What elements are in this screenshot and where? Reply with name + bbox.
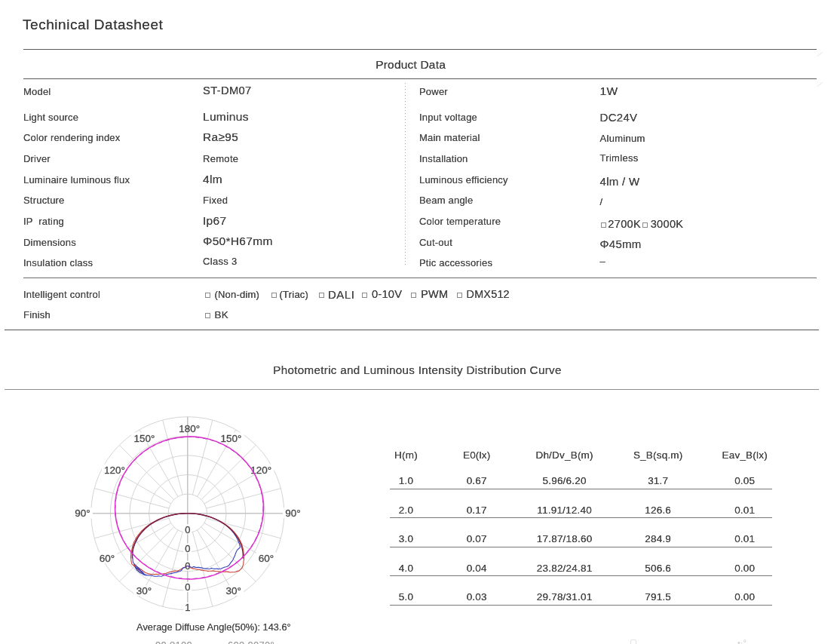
svg-text:0: 0 [185,543,190,554]
svg-text:0: 0 [185,581,190,593]
svg-text:90°: 90° [285,508,300,519]
svg-text:60°: 60° [259,553,274,564]
svg-text:120°: 120° [104,465,125,476]
svg-text:0: 0 [185,524,190,535]
svg-text:150°: 150° [221,433,242,444]
svg-text:30°: 30° [136,585,152,596]
svg-text:90°: 90° [75,508,90,519]
svg-text:60°: 60° [100,553,115,564]
svg-text:1: 1 [185,602,190,613]
svg-text:180°: 180° [179,423,200,434]
svg-text:30°: 30° [226,585,241,596]
svg-text:150°: 150° [134,433,155,444]
